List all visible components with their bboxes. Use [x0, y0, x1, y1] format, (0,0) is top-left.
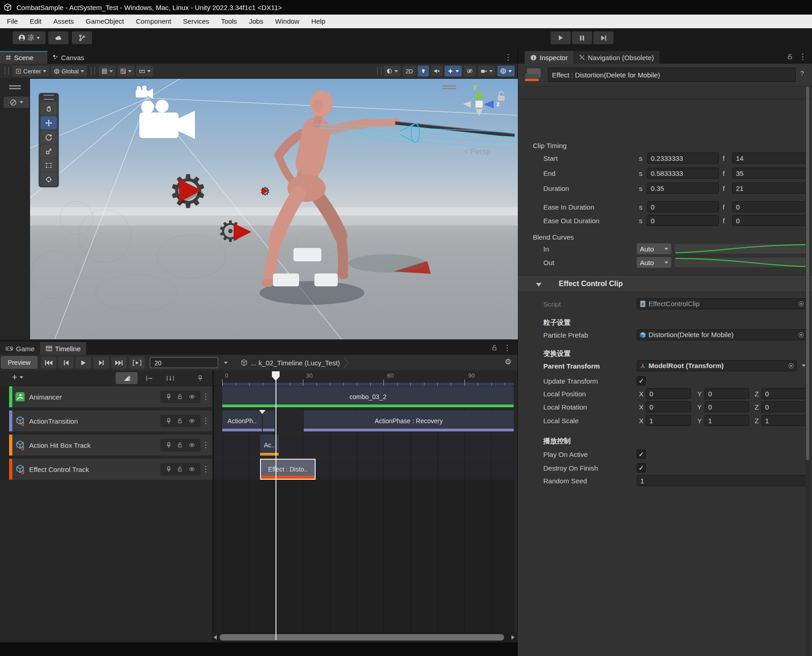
tab-navigation[interactable]: Navigation (Obsolete) [573, 51, 659, 64]
menu-services[interactable]: Services [177, 15, 215, 28]
scroll-right-arrow[interactable] [511, 635, 515, 640]
ruler-tool-button[interactable] [136, 66, 153, 77]
ease-in-seconds-field[interactable]: 0 [647, 201, 719, 212]
gizmos-dropdown[interactable] [497, 66, 515, 77]
increment-snap-button[interactable] [117, 66, 134, 77]
clip-name-field[interactable]: Effect : Distortion(Delete for Mobile) [548, 67, 796, 82]
mix-mode-button[interactable] [116, 372, 138, 384]
clip-combo-03-2[interactable]: combo_03_2 [222, 386, 514, 407]
pin-icon[interactable] [166, 442, 172, 448]
rect-tool-button[interactable] [41, 159, 57, 172]
toolbar-grip[interactable] [377, 67, 382, 75]
start-seconds-field[interactable]: 0.2333333 [647, 153, 719, 164]
clip-actionphase-a[interactable]: ActionPh.. [222, 410, 262, 431]
inspector-menu-kebab[interactable]: ⋮ [799, 53, 807, 61]
clip-actionphase-recovery[interactable]: ActionPhase : Recovery [304, 410, 514, 431]
timeline-menu-kebab[interactable]: ⋮ [503, 344, 511, 352]
track-header-animancer[interactable]: Animancer ⋮ [9, 386, 212, 407]
track-header-effectcontrol[interactable]: {} Effect Control Track ⋮ [9, 459, 212, 480]
eye-icon[interactable] [189, 466, 195, 472]
toolbar-grip[interactable] [91, 67, 95, 75]
previous-frame-button[interactable] [58, 357, 74, 369]
ease-in-frames-field[interactable]: 0 [732, 201, 807, 212]
ease-out-frames-field[interactable]: 0 [732, 215, 807, 226]
move-tool-button[interactable] [41, 116, 57, 129]
menu-assets[interactable]: Assets [47, 15, 80, 28]
local-rotation-z-field[interactable]: 0 [761, 401, 807, 412]
clip-effect-distortion[interactable]: Effect : Disto.. [260, 459, 316, 480]
menu-jobs[interactable]: Jobs [243, 15, 269, 28]
menu-file[interactable]: File [1, 15, 24, 28]
preview-button[interactable]: Preview [1, 356, 37, 369]
clip-actionphase-a2[interactable] [263, 410, 275, 431]
replace-mode-button[interactable] [160, 372, 180, 384]
ripple-mode-button[interactable] [140, 372, 158, 384]
track-header-hitbox[interactable]: {} Action Hit Box Track ⋮ [9, 435, 212, 456]
timeline-breadcrumb[interactable]: ... k_02_Timeline (Lucy_Test) [240, 356, 349, 369]
tab-timeline[interactable]: Timeline [40, 342, 86, 355]
next-frame-button[interactable] [93, 357, 109, 369]
local-scale-z-field[interactable]: 1 [761, 415, 807, 426]
step-button[interactable] [593, 31, 613, 44]
draw-mode-dropdown[interactable] [4, 97, 29, 108]
update-transform-checkbox[interactable]: ✓ [637, 376, 646, 385]
track-kebab[interactable]: ⋮ [202, 393, 209, 400]
play-on-active-checkbox[interactable]: ✓ [637, 450, 646, 459]
2d-toggle[interactable]: 2D [403, 66, 416, 77]
menu-component[interactable]: Component [130, 15, 177, 28]
track-kebab[interactable]: ⋮ [202, 417, 209, 425]
local-position-z-field[interactable]: 0 [761, 388, 807, 399]
scroll-thumb[interactable] [220, 634, 504, 641]
end-frames-field[interactable]: 35 [732, 168, 807, 179]
object-picker-icon[interactable] [798, 332, 804, 338]
object-picker-icon[interactable] [798, 301, 804, 307]
panel-lock-icon[interactable] [786, 53, 793, 60]
effects-toggle[interactable] [444, 66, 462, 77]
hand-tool-button[interactable] [41, 102, 57, 115]
eye-icon[interactable] [189, 418, 195, 424]
go-to-end-button[interactable] [111, 357, 127, 369]
timeline-ruler[interactable]: 0 30 60 90 [214, 370, 515, 386]
menu-help[interactable]: Help [305, 15, 331, 28]
ease-out-seconds-field[interactable]: 0 [647, 215, 719, 226]
tab-game[interactable]: Game [0, 342, 40, 355]
playhead-line[interactable] [276, 378, 276, 640]
end-seconds-field[interactable]: 0.5833333 [647, 168, 719, 179]
pause-button[interactable] [572, 31, 592, 44]
blend-out-dropdown[interactable]: Auto [637, 257, 671, 268]
lock-icon[interactable] [177, 466, 183, 472]
particle-prefab-field[interactable]: Distortion(Delete for Mobile) [637, 329, 807, 340]
grid-snap-button[interactable] [99, 66, 116, 77]
pin-icon[interactable] [166, 394, 172, 400]
panel-lock-icon[interactable] [491, 344, 498, 351]
timeline-hscrollbar[interactable] [212, 632, 518, 642]
local-rotation-x-field[interactable]: 0 [646, 401, 691, 412]
local-position-x-field[interactable]: 0 [646, 388, 691, 399]
lighting-toggle[interactable] [418, 66, 429, 77]
rotate-tool-button[interactable] [41, 130, 57, 144]
version-control-button[interactable] [72, 31, 92, 44]
track-header-actiontransition[interactable]: {} ActionTransition ⋮ [9, 410, 212, 431]
account-button[interactable]: 凉 [13, 31, 46, 44]
palette-drag-handle[interactable] [44, 95, 54, 100]
play-range-button[interactable] [129, 357, 145, 369]
scene-viewport[interactable]: ⚙ ⚙ ⚙ [0, 79, 518, 339]
cloud-button[interactable] [48, 31, 68, 44]
transform-tool-button[interactable] [41, 173, 57, 186]
blend-in-curve[interactable] [674, 243, 807, 254]
eye-icon[interactable] [189, 442, 195, 448]
pin-icon[interactable] [166, 418, 172, 424]
lock-icon[interactable] [177, 418, 183, 424]
orientation-dropdown[interactable]: Global [51, 66, 87, 77]
timeline-play-button[interactable] [76, 357, 91, 369]
current-frame-field[interactable]: 20 [150, 357, 218, 368]
duration-seconds-field[interactable]: 0.35 [647, 183, 719, 194]
help-icon[interactable]: ? [800, 69, 804, 77]
pin-icon[interactable] [166, 466, 172, 472]
parent-transform-dropdown[interactable] [802, 364, 806, 367]
menu-tools[interactable]: Tools [215, 15, 243, 28]
local-scale-x-field[interactable]: 1 [646, 415, 691, 426]
lock-icon[interactable] [177, 394, 183, 400]
scroll-left-arrow[interactable] [214, 635, 217, 640]
blend-in-dropdown[interactable]: Auto [637, 243, 671, 254]
